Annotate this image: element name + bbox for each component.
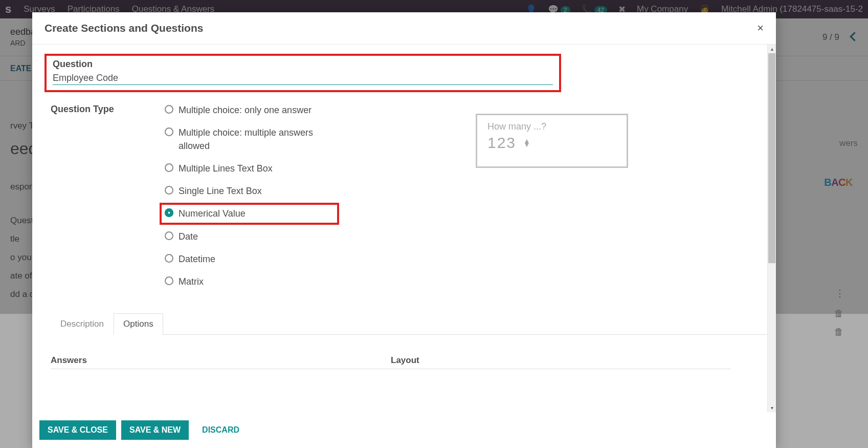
radio-datetime[interactable]: Datetime — [165, 252, 322, 266]
question-highlight-box: Question — [44, 54, 561, 92]
radio-label: Matrix — [179, 275, 204, 288]
scroll-down-icon[interactable]: ▾ — [768, 403, 776, 412]
radio-label: Date — [179, 230, 198, 243]
question-type-label: Question Type — [51, 103, 165, 288]
modal-footer: SAVE & CLOSE SAVE & NEW DISCARD — [32, 412, 776, 448]
radio-circle-icon — [165, 127, 173, 136]
radio-numerical-value[interactable]: Numerical Value — [165, 207, 246, 220]
options-sections: Answers Layout — [51, 355, 769, 390]
radio-multiline-text[interactable]: Multiple Lines Text Box — [165, 162, 322, 175]
question-label: Question — [53, 59, 553, 70]
radio-label: Multiple choice: multiple answers allowe… — [179, 126, 322, 153]
preview-value-row: 123 ▲▼ — [487, 134, 616, 152]
modal-body: Question Question Type Multiple choice: … — [32, 45, 776, 412]
radio-multiple-choice-single[interactable]: Multiple choice: only one answer — [165, 103, 322, 117]
radio-matrix[interactable]: Matrix — [165, 275, 322, 288]
scroll-thumb[interactable] — [768, 53, 775, 263]
radio-label: Datetime — [179, 252, 215, 266]
radio-circle-icon — [165, 276, 173, 285]
radio-label: Multiple choice: only one answer — [179, 103, 311, 117]
answers-title: Answers — [51, 355, 391, 369]
radio-label: Single Line Text Box — [179, 184, 262, 198]
stepper-icon: ▲▼ — [523, 139, 530, 146]
scrollbar[interactable]: ▴ ▾ — [767, 45, 776, 412]
layout-section: Layout — [391, 355, 731, 369]
modal-header: Create Sections and Questions × — [32, 12, 776, 45]
question-input[interactable] — [53, 72, 553, 85]
radio-circle-icon — [165, 208, 173, 217]
radio-circle-icon — [165, 163, 173, 172]
radio-circle-icon — [165, 231, 173, 240]
modal-title: Create Sections and Questions — [44, 22, 203, 34]
question-type-preview: How many ...? 123 ▲▼ — [476, 114, 628, 168]
radio-multiple-choice-multi[interactable]: Multiple choice: multiple answers allowe… — [165, 126, 322, 153]
radio-label: Multiple Lines Text Box — [179, 162, 273, 175]
numerical-highlight-box: Numerical Value — [160, 203, 339, 224]
save-new-button[interactable]: SAVE & NEW — [121, 420, 189, 440]
scroll-up-icon[interactable]: ▴ — [768, 45, 776, 53]
radio-circle-icon — [165, 105, 173, 114]
layout-title: Layout — [391, 355, 731, 369]
question-type-radio-list: Multiple choice: only one answer Multipl… — [165, 103, 322, 288]
preview-hint: How many ...? — [487, 121, 616, 132]
tabs: Description Options — [51, 313, 769, 335]
close-icon[interactable]: × — [757, 22, 764, 35]
discard-button[interactable]: DISCARD — [194, 420, 248, 440]
radio-label: Numerical Value — [179, 207, 246, 220]
radio-circle-icon — [165, 254, 173, 263]
radio-date[interactable]: Date — [165, 230, 322, 243]
radio-singleline-text[interactable]: Single Line Text Box — [165, 184, 322, 198]
answers-section: Answers — [51, 355, 391, 369]
save-close-button[interactable]: SAVE & CLOSE — [39, 420, 116, 440]
radio-circle-icon — [165, 186, 173, 195]
tab-options[interactable]: Options — [114, 313, 163, 335]
preview-value: 123 — [487, 134, 516, 152]
create-question-modal: Create Sections and Questions × Question… — [32, 12, 776, 448]
question-type-row: Question Type Multiple choice: only one … — [40, 103, 769, 288]
tab-description[interactable]: Description — [51, 313, 114, 335]
